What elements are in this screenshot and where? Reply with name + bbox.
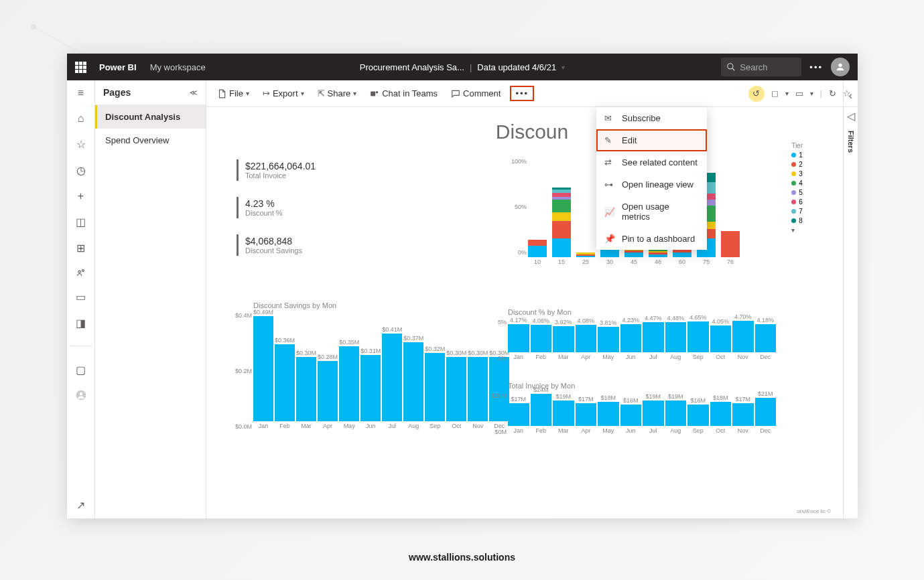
hamburger-icon[interactable]: ≡ — [78, 87, 84, 99]
user-avatar[interactable] — [831, 58, 850, 76]
nav-rail: ≡ ⌂ ☆ ◷ + ◫ ⊞ ▭ ◨ ▢ — [67, 80, 95, 518]
export-menu[interactable]: ↦Export▾ — [259, 86, 308, 101]
svg-point-18 — [82, 270, 84, 272]
bar[interactable]: 4.17%Jan — [508, 317, 529, 360]
bar[interactable]: $0.36MFeb — [275, 337, 295, 429]
bar[interactable]: 4.06%Feb — [531, 317, 552, 360]
bar[interactable]: 4.18%Dec — [755, 317, 777, 360]
legend-item[interactable]: 5 — [791, 189, 803, 196]
page-item[interactable]: Spend Overview — [95, 129, 206, 152]
expand-filters-icon[interactable]: ‹ — [849, 90, 852, 102]
bar[interactable]: 4.23%Jun — [620, 317, 642, 360]
bar[interactable]: 3.92%Mar — [553, 319, 574, 360]
bar[interactable]: $19MAug — [665, 393, 687, 434]
datasets-icon[interactable]: ◫ — [76, 216, 86, 228]
app-launcher-icon[interactable] — [75, 62, 86, 72]
legend-item[interactable]: 2 — [791, 161, 803, 168]
file-menu[interactable]: File▾ — [213, 86, 253, 101]
reset-button[interactable]: ↺ — [748, 86, 765, 102]
bar[interactable]: $18MMay — [598, 394, 619, 434]
my-workspace-icon[interactable]: ▢ — [76, 364, 86, 376]
svg-point-14 — [728, 64, 733, 69]
bar[interactable]: $0.30MMar — [296, 350, 316, 429]
workspace-link[interactable]: My workspace — [150, 62, 206, 72]
pages-title: Pages — [103, 87, 131, 98]
chevron-down-icon[interactable]: ▾ — [562, 64, 565, 71]
bar[interactable]: $0.35MMay — [339, 339, 359, 429]
bar[interactable]: $17MNov — [732, 396, 754, 434]
stacked-bar[interactable] — [576, 252, 595, 257]
bar[interactable]: 3.81%May — [598, 319, 619, 360]
stacked-bar[interactable] — [552, 188, 571, 257]
collapse-pages-icon[interactable]: ≪ — [190, 88, 198, 97]
legend-item[interactable]: 7 — [791, 208, 803, 215]
legend-item[interactable]: 1 — [791, 151, 803, 159]
bar[interactable]: 4.48%Aug — [665, 315, 687, 360]
workspaces-icon[interactable]: ◨ — [76, 317, 86, 330]
menu-item-edit[interactable]: ✎Edit — [596, 129, 707, 151]
more-header-icon[interactable]: ••• — [809, 62, 823, 72]
bar[interactable]: 4.05%Oct — [710, 318, 732, 361]
bar[interactable]: $16MJun — [620, 397, 642, 434]
bar[interactable]: $0.32MSep — [425, 346, 445, 429]
bar[interactable]: 4.70%Nov — [732, 313, 754, 360]
bar[interactable]: $0.31MJun — [360, 348, 381, 429]
bar[interactable]: $21MDec — [755, 390, 777, 434]
comment-button[interactable]: Comment — [447, 86, 505, 101]
bar[interactable]: $0.41MJul — [382, 326, 402, 429]
filter-toggle-icon[interactable]: ◁ — [847, 110, 855, 123]
user-icon[interactable] — [76, 390, 86, 401]
legend-item[interactable]: 3 — [791, 170, 803, 177]
filters-panel-collapsed[interactable]: ‹ ◁ Filters — [843, 82, 858, 518]
bar[interactable]: $0.37MAug — [403, 335, 423, 429]
legend-item[interactable]: 8 — [791, 217, 803, 224]
bar[interactable]: $16MSep — [687, 397, 709, 434]
svg-rect-21 — [371, 91, 375, 96]
bookmark-icon[interactable]: ◻ — [771, 88, 779, 98]
view-mode-icon[interactable]: ▭ — [795, 88, 803, 98]
bar[interactable]: $0.30MOct — [446, 350, 466, 429]
bar[interactable]: $17MJan — [508, 396, 529, 434]
favorites-icon[interactable]: ☆ — [76, 138, 86, 151]
menu-item-open-usage-metrics[interactable]: 📈Open usage metrics — [596, 196, 707, 228]
bar[interactable]: $18MOct — [710, 394, 732, 434]
bar[interactable]: $17MApr — [576, 396, 597, 434]
more-options-button[interactable]: ••• — [510, 86, 534, 101]
bar[interactable]: $0.49MJan — [253, 309, 273, 429]
bar[interactable]: 4.65%Sep — [687, 314, 709, 361]
share-button[interactable]: ⇱Share▾ — [314, 86, 361, 101]
export-icon: ↦ — [263, 88, 270, 98]
page-item[interactable]: Discount Analysis — [95, 105, 206, 129]
chat-teams-button[interactable]: Chat in Teams — [366, 86, 442, 101]
learn-icon[interactable]: ▭ — [76, 291, 86, 303]
shared-icon[interactable] — [76, 268, 86, 277]
bar[interactable]: $24MFeb — [531, 386, 552, 434]
expand-icon[interactable]: ↗ — [76, 499, 85, 512]
stacked-bar[interactable] — [721, 231, 740, 257]
apps-icon[interactable]: ⊞ — [76, 242, 85, 255]
chart-savings-mon[interactable]: Discount Savings by Mon $0.4M$0.2M$0.0M … — [253, 301, 494, 449]
bar[interactable]: $0.30MNov — [468, 350, 488, 429]
chart-discount-pct[interactable]: Discount % by Mon 5%0% 4.17%Jan4.06%Feb3… — [508, 308, 776, 372]
bar[interactable]: $0.28MApr — [318, 354, 338, 429]
create-icon[interactable]: + — [78, 190, 84, 202]
legend-item[interactable]: 6 — [791, 198, 803, 206]
menu-item-see-related-content[interactable]: ⇄See related content — [596, 151, 707, 173]
menu-item-pin-to-a-dashboard[interactable]: 📌Pin to a dashboard — [596, 228, 707, 250]
bar[interactable]: 4.08%Apr — [576, 317, 597, 360]
search-input[interactable]: Search — [721, 58, 801, 76]
bar[interactable]: $19MMar — [553, 393, 574, 434]
refresh-icon[interactable]: ↻ — [829, 88, 836, 98]
data-updated-label[interactable]: Data updated 4/6/21 — [477, 62, 556, 72]
report-name[interactable]: Procurement Analysis Sa... — [360, 62, 464, 72]
legend-item[interactable]: 4 — [791, 179, 803, 187]
comment-icon — [451, 89, 460, 98]
home-icon[interactable]: ⌂ — [78, 113, 84, 125]
menu-item-open-lineage-view[interactable]: ⊶Open lineage view — [596, 173, 707, 196]
chart-invoice-mon[interactable]: Total Invoice by Mon $20M$0M $17MJan$24M… — [508, 382, 776, 445]
bar[interactable]: 4.47%Jul — [643, 315, 664, 360]
menu-item-subscribe[interactable]: ✉Subscribe — [596, 107, 707, 129]
recent-icon[interactable]: ◷ — [76, 164, 86, 177]
bar[interactable]: $19MJul — [643, 393, 664, 434]
stacked-bar[interactable] — [528, 240, 547, 257]
